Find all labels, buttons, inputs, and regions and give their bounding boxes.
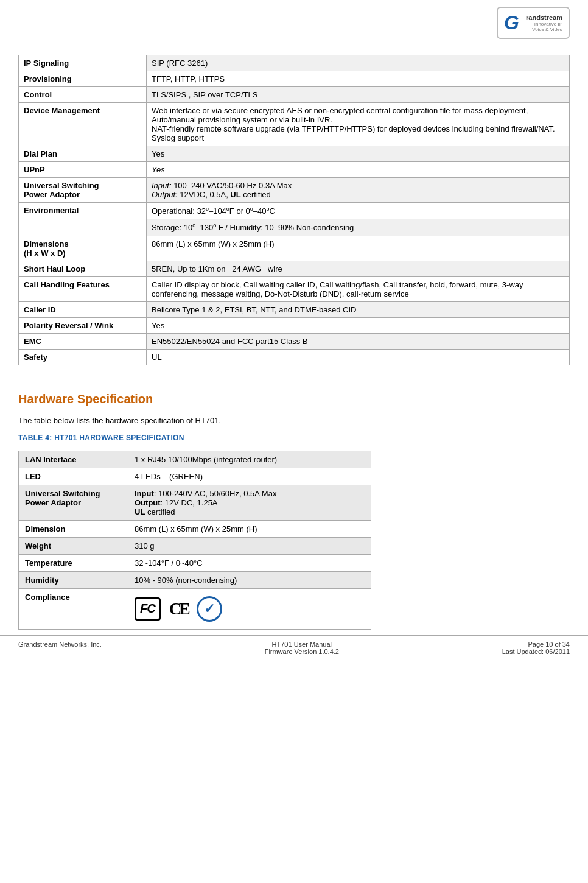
logo-brand: randstream bbox=[522, 14, 562, 21]
row-label bbox=[19, 219, 147, 236]
row-label: Device Management bbox=[19, 103, 147, 146]
hw-table-row: Compliance FC CE ✓ bbox=[19, 588, 371, 629]
table-row: Polarity Reversal / Wink Yes bbox=[19, 317, 570, 333]
hw-row-value: 310 g bbox=[128, 537, 371, 554]
section-title: Hardware Specification bbox=[18, 392, 570, 406]
footer-right-line1: Page 10 of 34 bbox=[502, 641, 570, 648]
row-label: Environmental bbox=[19, 203, 147, 219]
row-value: Storage: 10o–130o F / Humidity: 10–90% N… bbox=[147, 219, 570, 236]
row-label: UPnP bbox=[19, 162, 147, 178]
row-label: Dimensions(H x W x D) bbox=[19, 236, 147, 261]
row-label: Safety bbox=[19, 349, 147, 365]
row-label: Call Handling Features bbox=[19, 276, 147, 301]
row-value: Yes bbox=[147, 317, 570, 333]
row-value: Web interface or via secure encrypted AE… bbox=[147, 103, 570, 146]
row-label: IP Signaling bbox=[19, 55, 147, 71]
hardware-section: Hardware Specification The table below l… bbox=[18, 392, 570, 630]
row-value: Operational: 32o–104oF or 0o–40oC bbox=[147, 203, 570, 219]
table-row: Short Haul Loop 5REN, Up to 1Km on 24 AW… bbox=[19, 261, 570, 276]
hw-row-label: LED bbox=[19, 468, 128, 485]
row-value: EN55022/EN55024 and FCC part15 Class B bbox=[147, 333, 570, 349]
table-row: Environmental Operational: 32o–104oF or … bbox=[19, 203, 570, 219]
table-row: Universal SwitchingPower Adaptor Input: … bbox=[19, 178, 570, 203]
fc-logo: FC bbox=[135, 597, 161, 621]
hw-table-row: Universal SwitchingPower Adaptor Input: … bbox=[19, 485, 371, 520]
table-row: Storage: 10o–130o F / Humidity: 10–90% N… bbox=[19, 219, 570, 236]
hw-row-label: LAN Interface bbox=[19, 451, 128, 468]
table-row: Device Management Web interface or via s… bbox=[19, 103, 570, 146]
compliance-logos: FC CE ✓ bbox=[135, 593, 365, 625]
hw-table-row: LAN Interface 1 x RJ45 10/100Mbps (integ… bbox=[19, 451, 371, 468]
table-row: Dimensions(H x W x D) 86mm (L) x 65mm (W… bbox=[19, 236, 570, 261]
hw-row-value: 86mm (L) x 65mm (W) x 25mm (H) bbox=[128, 520, 371, 537]
row-value: SIP (RFC 3261) bbox=[147, 55, 570, 71]
table-caption: Table 4: HT701 Hardware Specification bbox=[18, 434, 570, 442]
footer-center-line2: Firmware Version 1.0.4.2 bbox=[265, 648, 339, 655]
hw-row-label: Universal SwitchingPower Adaptor bbox=[19, 485, 128, 520]
row-value: UL bbox=[147, 349, 570, 365]
footer: Grandstream Networks, Inc. HT701 User Ma… bbox=[0, 635, 588, 660]
table-row: EMC EN55022/EN55024 and FCC part15 Class… bbox=[19, 333, 570, 349]
row-label: Short Haul Loop bbox=[19, 261, 147, 276]
hw-table-row: Temperature 32~104°F / 0~40°C bbox=[19, 554, 371, 571]
row-label: Caller ID bbox=[19, 301, 147, 317]
hw-table-row: Humidity 10% - 90% (non-condensing) bbox=[19, 571, 371, 588]
row-label: Dial Plan bbox=[19, 146, 147, 162]
hw-row-value: 10% - 90% (non-condensing) bbox=[128, 571, 371, 588]
footer-center: HT701 User Manual Firmware Version 1.0.4… bbox=[265, 641, 339, 655]
row-value: TFTP, HTTP, HTTPS bbox=[147, 71, 570, 87]
row-value: Bellcore Type 1 & 2, ETSI, BT, NTT, and … bbox=[147, 301, 570, 317]
table-row: Dial Plan Yes bbox=[19, 146, 570, 162]
table-row: Safety UL bbox=[19, 349, 570, 365]
row-label: Universal SwitchingPower Adaptor bbox=[19, 178, 147, 203]
footer-center-line1: HT701 User Manual bbox=[265, 641, 339, 648]
logo-area: G randstream Innovative IP Voice & Video bbox=[497, 6, 570, 40]
row-label: Provisioning bbox=[19, 71, 147, 87]
logo-tagline: Innovative IP Voice & Video bbox=[522, 21, 562, 32]
logo-g: G bbox=[504, 12, 519, 34]
hw-row-value: 32~104°F / 0~40°C bbox=[128, 554, 371, 571]
hw-row-value: Input: 100-240V AC, 50/60Hz, 0.5A MaxOut… bbox=[128, 485, 371, 520]
hw-row-value: 4 LEDs (GREEN) bbox=[128, 468, 371, 485]
footer-right-line2: Last Updated: 06/2011 bbox=[502, 648, 570, 655]
table-row: Call Handling Features Caller ID display… bbox=[19, 276, 570, 301]
hw-row-label: Humidity bbox=[19, 571, 128, 588]
row-value: 86mm (L) x 65mm (W) x 25mm (H) bbox=[147, 236, 570, 261]
hw-table: LAN Interface 1 x RJ45 10/100Mbps (integ… bbox=[18, 451, 371, 630]
row-value: 5REN, Up to 1Km on 24 AWG wire bbox=[147, 261, 570, 276]
table-row: UPnP Yes bbox=[19, 162, 570, 178]
spec-table: IP Signaling SIP (RFC 3261) Provisioning… bbox=[18, 55, 570, 365]
hw-row-label: Temperature bbox=[19, 554, 128, 571]
row-value: Yes bbox=[147, 146, 570, 162]
hw-row-label: Dimension bbox=[19, 520, 128, 537]
footer-right: Page 10 of 34 Last Updated: 06/2011 bbox=[502, 641, 570, 655]
row-label: Control bbox=[19, 87, 147, 103]
row-value: Input: 100–240 VAC/50-60 Hz 0.3A MaxOutp… bbox=[147, 178, 570, 203]
row-value: TLS/SIPS , SIP over TCP/TLS bbox=[147, 87, 570, 103]
table-row: IP Signaling SIP (RFC 3261) bbox=[19, 55, 570, 71]
table-row: Provisioning TFTP, HTTP, HTTPS bbox=[19, 71, 570, 87]
page-wrapper: G randstream Innovative IP Voice & Video… bbox=[0, 0, 588, 666]
table-row: Control TLS/SIPS , SIP over TCP/TLS bbox=[19, 87, 570, 103]
row-label: EMC bbox=[19, 333, 147, 349]
hw-row-value: 1 x RJ45 10/100Mbps (integrated router) bbox=[128, 451, 371, 468]
hw-table-row: Weight 310 g bbox=[19, 537, 371, 554]
checkmark-logo: ✓ bbox=[197, 596, 222, 622]
hw-row-label: Weight bbox=[19, 537, 128, 554]
hw-table-row: LED 4 LEDs (GREEN) bbox=[19, 468, 371, 485]
hw-row-value: FC CE ✓ bbox=[128, 588, 371, 629]
intro-text: The table below lists the hardware speci… bbox=[18, 416, 570, 425]
row-value: Yes bbox=[147, 162, 570, 178]
row-value: Caller ID display or block, Call waiting… bbox=[147, 276, 570, 301]
row-label: Polarity Reversal / Wink bbox=[19, 317, 147, 333]
hw-table-row: Dimension 86mm (L) x 65mm (W) x 25mm (H) bbox=[19, 520, 371, 537]
footer-left: Grandstream Networks, Inc. bbox=[18, 641, 102, 655]
table-row: Caller ID Bellcore Type 1 & 2, ETSI, BT,… bbox=[19, 301, 570, 317]
hw-row-label: Compliance bbox=[19, 588, 128, 629]
ce-logo: CE bbox=[169, 599, 188, 619]
